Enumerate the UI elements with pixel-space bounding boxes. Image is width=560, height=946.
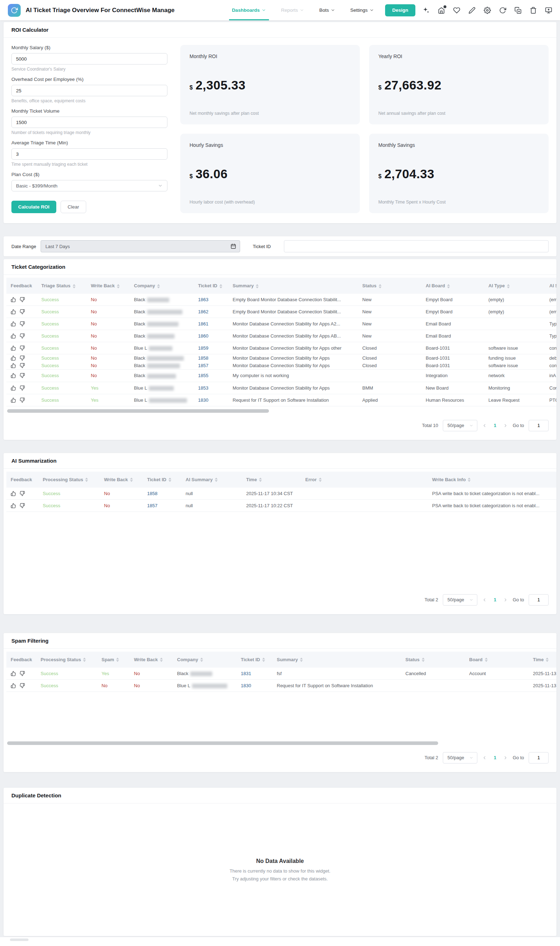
settings-icon[interactable] xyxy=(484,7,491,14)
scrollbar-remnant[interactable] xyxy=(10,938,29,941)
page-number[interactable]: 1 xyxy=(492,755,498,760)
edit-icon[interactable] xyxy=(468,7,475,14)
thumbs-up-button[interactable] xyxy=(11,321,16,327)
goto-page-input[interactable] xyxy=(529,594,549,606)
sort-icon[interactable] xyxy=(160,658,163,662)
thumbs-up-button[interactable] xyxy=(11,385,16,391)
page-size-select[interactable]: 50/page xyxy=(443,752,477,764)
sort-icon[interactable] xyxy=(85,478,88,482)
column-header-company[interactable]: Company xyxy=(173,652,237,668)
column-header-write-back[interactable]: Write Back xyxy=(130,652,173,668)
page-number[interactable]: 1 xyxy=(492,423,498,428)
sort-icon[interactable] xyxy=(319,478,322,482)
sort-icon[interactable] xyxy=(73,284,75,288)
date-range-input[interactable]: Last 7 Days xyxy=(41,240,240,253)
roi-input[interactable] xyxy=(11,53,168,65)
plan-cost-select[interactable]: Basic - $399/Month xyxy=(11,180,168,191)
design-button[interactable]: Design xyxy=(385,4,415,16)
ticket-id-cell[interactable]: 1863 xyxy=(194,294,228,306)
sort-icon[interactable] xyxy=(507,284,510,288)
column-header-ticket-id[interactable]: Ticket ID xyxy=(143,471,182,488)
sort-icon[interactable] xyxy=(200,658,203,662)
page-number[interactable]: 1 xyxy=(492,597,498,602)
thumbs-down-button[interactable] xyxy=(20,355,25,361)
column-header-processing-status[interactable]: Processing Status xyxy=(36,652,97,668)
ticket-id-cell[interactable]: 1831 xyxy=(237,668,272,680)
thumbs-down-button[interactable] xyxy=(20,373,25,378)
sort-icon[interactable] xyxy=(130,478,133,482)
horizontal-scrollbar[interactable] xyxy=(7,741,553,745)
favorite-icon[interactable] xyxy=(453,7,460,14)
ticket-id-cell[interactable]: 1830 xyxy=(194,394,228,406)
thumbs-down-button[interactable] xyxy=(20,297,25,302)
page-size-select[interactable]: 50/page xyxy=(443,594,477,606)
thumbs-down-button[interactable] xyxy=(20,683,25,688)
column-header-summary[interactable]: Summary xyxy=(228,278,358,294)
horizontal-scrollbar[interactable] xyxy=(7,409,553,413)
ticket-id-cell[interactable]: 1862 xyxy=(194,306,228,318)
ticket-id-input[interactable] xyxy=(284,240,549,253)
next-page-button[interactable] xyxy=(503,598,508,602)
column-header-board[interactable]: Board xyxy=(465,652,529,668)
thumbs-up-button[interactable] xyxy=(11,309,16,314)
sort-icon[interactable] xyxy=(468,478,471,482)
column-header-triage-status[interactable]: Triage Status xyxy=(37,278,86,294)
sort-icon[interactable] xyxy=(116,658,119,662)
column-header-ai-s[interactable]: AI S xyxy=(545,278,557,294)
sort-icon[interactable] xyxy=(256,284,258,288)
thumbs-up-button[interactable] xyxy=(11,333,16,339)
calculate-roi-button[interactable]: Calculate ROI xyxy=(11,201,56,213)
column-header-ai-type[interactable]: AI Type xyxy=(484,278,545,294)
roi-input[interactable] xyxy=(11,148,168,160)
thumbs-down-button[interactable] xyxy=(20,333,25,339)
thumbs-up-button[interactable] xyxy=(11,503,16,508)
thumbs-down-button[interactable] xyxy=(20,398,25,403)
sort-icon[interactable] xyxy=(485,658,488,662)
next-page-button[interactable] xyxy=(503,755,508,760)
column-header-spam[interactable]: Spam xyxy=(97,652,130,668)
home-icon[interactable] xyxy=(438,7,445,14)
thumbs-up-button[interactable] xyxy=(11,398,16,403)
sort-icon[interactable] xyxy=(169,478,171,482)
nav-dashboards[interactable]: Dashboards xyxy=(231,0,268,20)
ticket-id-cell[interactable]: 1853 xyxy=(194,382,228,394)
roi-input[interactable] xyxy=(11,117,168,128)
column-header-write-back[interactable]: Write Back xyxy=(100,471,143,488)
prev-page-button[interactable] xyxy=(482,598,487,602)
sort-icon[interactable] xyxy=(378,284,382,288)
nav-reports[interactable]: Reports xyxy=(280,0,306,20)
sort-icon[interactable] xyxy=(215,478,218,482)
goto-page-input[interactable] xyxy=(529,752,549,764)
sort-icon[interactable] xyxy=(83,658,86,662)
ticket-id-cell[interactable]: 1860 xyxy=(194,330,228,342)
column-header-summary[interactable]: Summary xyxy=(272,652,401,668)
thumbs-up-button[interactable] xyxy=(11,671,16,676)
thumbs-up-button[interactable] xyxy=(11,491,16,496)
present-icon[interactable] xyxy=(545,7,552,14)
thumbs-down-button[interactable] xyxy=(20,671,25,676)
goto-page-input[interactable] xyxy=(529,420,549,431)
ticket-id-cell[interactable]: 1855 xyxy=(194,370,228,382)
column-header-time[interactable]: Time xyxy=(242,471,301,488)
column-header-company[interactable]: Company xyxy=(130,278,194,294)
thumbs-up-button[interactable] xyxy=(11,683,16,688)
column-header-ticket-id[interactable]: Ticket ID xyxy=(237,652,272,668)
roi-input[interactable] xyxy=(11,85,168,96)
column-header-status[interactable]: Status xyxy=(358,278,422,294)
sort-icon[interactable] xyxy=(422,658,425,662)
trash-icon[interactable] xyxy=(530,7,537,14)
column-header-ticket-id[interactable]: Ticket ID xyxy=(194,278,228,294)
sort-icon[interactable] xyxy=(220,284,222,288)
next-page-button[interactable] xyxy=(503,423,508,428)
column-header-ai-board[interactable]: AI Board xyxy=(422,278,484,294)
thumbs-down-button[interactable] xyxy=(20,503,25,508)
sort-icon[interactable] xyxy=(546,658,549,662)
nav-settings[interactable]: Settings xyxy=(349,0,375,20)
thumbs-down-button[interactable] xyxy=(20,363,25,368)
prev-page-button[interactable] xyxy=(482,423,487,428)
ticket-id-cell[interactable]: 1861 xyxy=(194,318,228,330)
duplicate-icon[interactable] xyxy=(514,7,522,14)
prev-page-button[interactable] xyxy=(482,755,487,760)
ai-sparkles-icon[interactable] xyxy=(423,7,429,14)
ticket-id-cell[interactable]: 1830 xyxy=(237,679,272,692)
